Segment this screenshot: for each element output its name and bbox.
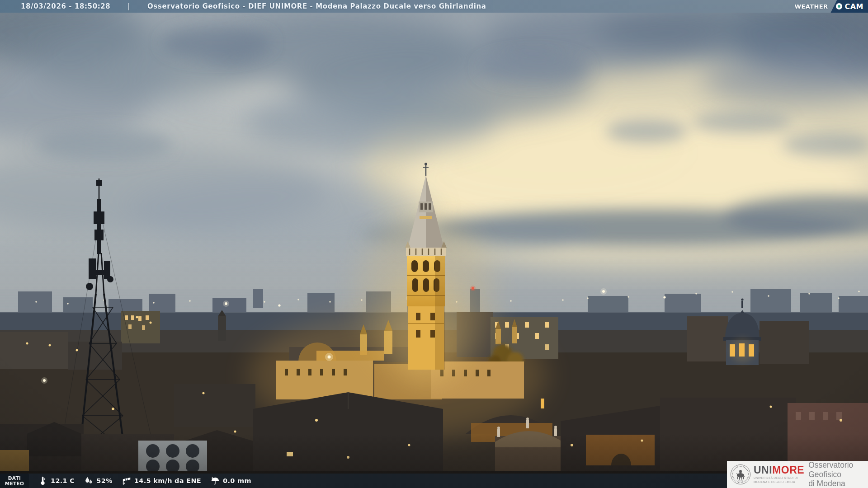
precipitation-metric: 0.0 mm <box>210 476 251 486</box>
unimore-seal-icon: 1175 <box>730 464 751 485</box>
humidity-icon <box>84 476 94 486</box>
unimore-wordmark: UNIMORE UNIVERSITÀ DEGLI STUDI DI MODENA… <box>754 465 804 483</box>
humidity-metric: 52% <box>84 476 113 486</box>
webcam-photo <box>0 0 868 488</box>
webcam-frame: 18/03/2026 - 18:50:28 | Osservatorio Geo… <box>0 0 868 488</box>
umbrella-icon <box>210 476 220 486</box>
weather-data-bar: DATI METEO 12.1 C 52% <box>0 474 727 488</box>
wind-metric: 14.5 km/h da ENE <box>122 476 201 486</box>
weathercam-logo-tab: Cam <box>830 0 868 13</box>
precipitation-value: 0.0 mm <box>223 477 251 484</box>
weathercam-logo-cam: Cam <box>844 2 863 11</box>
observatory-name: Osservatorio Geofisico di Modena <box>808 460 868 488</box>
seal-year: 1175 <box>738 480 743 483</box>
weathercam-dot-icon <box>836 3 842 9</box>
windsock-icon <box>122 476 132 486</box>
title-separator: | <box>127 2 130 10</box>
thermometer-icon <box>38 476 48 486</box>
temperature-value: 12.1 C <box>51 477 75 484</box>
timestamp: 18/03/2026 - 18:50:28 <box>21 2 110 10</box>
title-bar: 18/03/2026 - 18:50:28 | Osservatorio Geo… <box>0 0 868 13</box>
weathercam-logo: Weather Cam <box>795 0 868 13</box>
humidity-value: 52% <box>96 477 113 484</box>
brand-more: MORE <box>772 464 804 476</box>
camera-title: Osservatorio Geofisico - DIEF UNIMORE - … <box>147 2 486 10</box>
brand-subtitle-2: MODENA E REGGIO EMILIA <box>754 480 804 484</box>
unimore-credit: 1175 UNIMORE UNIVERSITÀ DEGLI STUDI DI M… <box>727 461 868 488</box>
temperature-metric: 12.1 C <box>38 476 75 486</box>
brand-uni: UNI <box>754 464 772 476</box>
wind-value: 14.5 km/h da ENE <box>134 477 201 484</box>
weathercam-logo-weather: Weather <box>795 3 828 10</box>
weather-data-label: DATI METEO <box>0 474 29 488</box>
brand-subtitle-1: UNIVERSITÀ DEGLI STUDI DI <box>754 476 804 480</box>
